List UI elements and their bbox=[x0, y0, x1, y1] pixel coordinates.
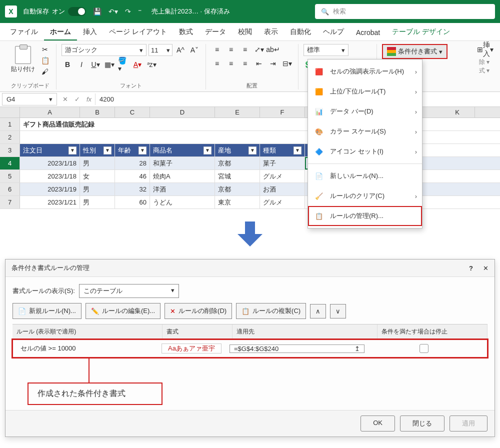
filter-icon[interactable]: ▼ bbox=[204, 146, 212, 154]
align-right-icon[interactable]: ≡ bbox=[239, 58, 251, 69]
fx-icon[interactable]: fx bbox=[83, 96, 95, 103]
tab-review[interactable]: 校閲 bbox=[232, 24, 258, 40]
tab-formulas[interactable]: 数式 bbox=[173, 24, 199, 40]
cf-databars[interactable]: 📊データ バー(D)› bbox=[308, 102, 422, 122]
conditional-format-button[interactable]: 条件付き書式▾ bbox=[382, 44, 448, 59]
align-left-icon[interactable]: ≡ bbox=[211, 58, 223, 69]
wrap-text-icon[interactable]: ab↵ bbox=[267, 44, 279, 55]
indent-inc-icon[interactable]: ⇥ bbox=[267, 58, 279, 69]
filter-icon[interactable]: ▼ bbox=[138, 146, 146, 154]
align-mid-icon[interactable]: ≡ bbox=[225, 44, 237, 55]
ok-button[interactable]: OK bbox=[360, 416, 395, 432]
number-format-combo[interactable]: 標準▾ bbox=[304, 44, 348, 56]
formula-input[interactable]: 4200 bbox=[95, 94, 500, 105]
save-icon[interactable]: 💾 bbox=[93, 8, 102, 16]
font-color-button[interactable]: A▾ bbox=[132, 59, 144, 70]
move-up-button[interactable]: ∧ bbox=[310, 304, 326, 318]
title-cell[interactable]: ギフト商品通信販売記録 bbox=[20, 118, 220, 130]
databar-icon: 📊 bbox=[313, 106, 325, 118]
col-header[interactable]: D bbox=[150, 107, 215, 118]
col-header[interactable]: E bbox=[215, 107, 260, 118]
delete-rule-button[interactable]: ✕ルールの削除(D) bbox=[164, 303, 232, 319]
edit-rule-button[interactable]: ✏️ルールの編集(E)... bbox=[86, 303, 160, 319]
underline-button[interactable]: U▾ bbox=[90, 59, 102, 70]
italic-button[interactable]: I bbox=[76, 59, 88, 70]
new-rule-button[interactable]: 📄新規ルール(N)... bbox=[12, 303, 82, 319]
table-row: 7 2023/1/21 男 60 うどん 東京 グルメ 2800 3 8400 bbox=[0, 196, 500, 209]
titlebar: X 自動保存 オン 💾 ↶▾ ↷ ⁼ 売上集計2023… · 保存済み 🔍 検索 bbox=[0, 0, 500, 23]
row-header[interactable]: 2 bbox=[0, 131, 20, 144]
filter-icon[interactable]: ▼ bbox=[104, 146, 112, 154]
col-header[interactable]: A bbox=[20, 107, 80, 118]
undo-icon[interactable]: ↶▾ bbox=[108, 8, 118, 16]
cut-icon[interactable]: ✂ bbox=[39, 44, 51, 55]
rule-preview: Aaあぁアァ亜宇 bbox=[162, 344, 222, 354]
cf-iconsets[interactable]: 🔷アイコン セット(I)› bbox=[308, 142, 422, 162]
cf-manage-rules[interactable]: 📋ルールの管理(R)... bbox=[308, 206, 422, 226]
help-icon[interactable]: ? bbox=[469, 264, 473, 272]
qat-more-icon[interactable]: ⁼ bbox=[138, 8, 142, 16]
cf-clear-rules[interactable]: 🧹ルールのクリア(C)› bbox=[308, 186, 422, 206]
cf-colorscales[interactable]: 🎨カラー スケール(S)› bbox=[308, 122, 422, 142]
align-center-icon[interactable]: ≡ bbox=[225, 58, 237, 69]
move-down-button[interactable]: ∨ bbox=[330, 304, 346, 318]
orientation-icon[interactable]: ⤢▾ bbox=[253, 44, 265, 55]
confirm-icon[interactable]: ✓ bbox=[71, 96, 83, 103]
row-header[interactable]: 3 bbox=[0, 144, 20, 156]
name-box[interactable]: G4▾ bbox=[2, 93, 57, 106]
cf-highlight-rules[interactable]: 🟥セルの強調表示ルール(H)› bbox=[308, 62, 422, 82]
redo-icon[interactable]: ↷ bbox=[125, 8, 131, 16]
stop-if-true-checkbox[interactable] bbox=[420, 344, 428, 353]
tab-data[interactable]: データ bbox=[199, 24, 232, 40]
apply-button[interactable]: 適用 bbox=[450, 416, 488, 432]
tab-file[interactable]: ファイル bbox=[4, 24, 44, 40]
grow-font-icon[interactable]: A^ bbox=[174, 44, 186, 56]
bold-button[interactable]: B bbox=[62, 59, 74, 70]
format-painter-icon[interactable]: 🖌 bbox=[39, 66, 51, 77]
borders-button[interactable]: ▦▾ bbox=[104, 59, 116, 70]
col-header[interactable]: K bbox=[440, 107, 475, 118]
rule-range-input[interactable]: =$G$4:$G$240↥ bbox=[230, 344, 364, 353]
filter-icon[interactable]: ▼ bbox=[68, 146, 76, 154]
tab-tabledesign[interactable]: テーブル デザイン bbox=[386, 24, 456, 40]
close-button[interactable]: 閉じる bbox=[400, 416, 444, 432]
tab-home[interactable]: ホーム bbox=[44, 24, 77, 40]
insert-cells-button[interactable]: ⊞ 挿入▾ bbox=[479, 44, 491, 55]
align-top-icon[interactable]: ≡ bbox=[211, 44, 223, 55]
range-picker-icon[interactable]: ↥ bbox=[354, 345, 360, 352]
tab-insert[interactable]: 挿入 bbox=[77, 24, 103, 40]
paste-button[interactable]: 貼り付け bbox=[9, 44, 37, 77]
col-header[interactable]: F bbox=[260, 107, 305, 118]
tab-acrobat[interactable]: Acrobat bbox=[350, 26, 386, 40]
cf-new-rule[interactable]: 📄新しいルール(N)... bbox=[308, 166, 422, 186]
tab-view[interactable]: 表示 bbox=[258, 24, 284, 40]
tab-pagelayout[interactable]: ページ レイアウト bbox=[103, 24, 173, 40]
phonetic-button[interactable]: ᵃz▾ bbox=[146, 59, 158, 70]
col-header[interactable]: C bbox=[115, 107, 150, 118]
shrink-font-icon[interactable]: A˅ bbox=[188, 44, 200, 56]
fill-color-button[interactable]: 🪣▾ bbox=[118, 59, 130, 70]
row-header[interactable]: 1 bbox=[0, 118, 20, 130]
scope-combo[interactable]: このテーブル▾ bbox=[79, 284, 179, 298]
autosave-toggle[interactable]: 自動保存 オン bbox=[23, 7, 86, 16]
tab-automate[interactable]: 自動化 bbox=[284, 24, 317, 40]
tab-help[interactable]: ヘルプ bbox=[317, 24, 350, 40]
font-name-combo[interactable]: 游ゴシック▾ bbox=[62, 44, 146, 56]
select-all-corner[interactable] bbox=[0, 107, 20, 118]
iconset-icon: 🔷 bbox=[313, 146, 325, 158]
font-size-combo[interactable]: 11▾ bbox=[148, 44, 172, 56]
cancel-icon[interactable]: ✕ bbox=[59, 96, 71, 103]
rule-row[interactable]: セルの値 >= 10000 Aaあぁアァ亜宇 =$G$4:$G$240↥ bbox=[12, 340, 488, 358]
indent-dec-icon[interactable]: ⇤ bbox=[253, 58, 265, 69]
col-header[interactable]: B bbox=[80, 107, 115, 118]
search-input[interactable]: 🔍 検索 bbox=[315, 4, 495, 19]
merge-icon[interactable]: ⊟▾ bbox=[281, 58, 293, 69]
filter-icon[interactable]: ▼ bbox=[294, 146, 302, 154]
align-bot-icon[interactable]: ≡ bbox=[239, 44, 251, 55]
filter-icon[interactable]: ▼ bbox=[248, 146, 256, 154]
duplicate-rule-button[interactable]: 📋ルールの複製(C) bbox=[236, 303, 306, 319]
copy-icon[interactable]: 📋 bbox=[39, 55, 51, 66]
toggle-switch[interactable] bbox=[68, 7, 86, 16]
cf-top-rules[interactable]: 🟧上位/下位ルール(T)› bbox=[308, 82, 422, 102]
close-icon[interactable]: ✕ bbox=[483, 264, 488, 272]
